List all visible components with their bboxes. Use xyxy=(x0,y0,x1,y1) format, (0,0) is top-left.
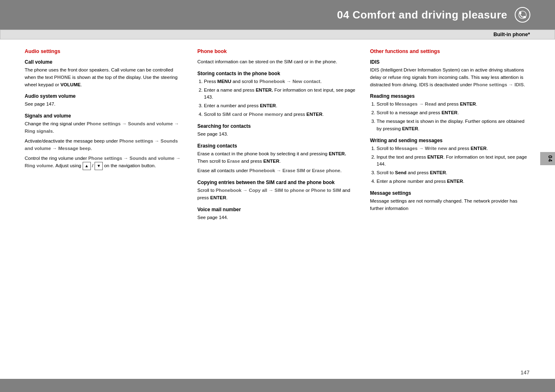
list-item: Scroll to Messages → Write new and press… xyxy=(377,145,530,152)
erasing-text1: Erase a contact in the phone book by sel… xyxy=(197,150,358,165)
call-volume-text: The phone uses the front door speakers. … xyxy=(25,67,185,88)
copying-title: Copying entries between the SIM card and… xyxy=(197,180,358,185)
list-item: Scroll to SIM card or Phone memory and p… xyxy=(204,111,358,118)
message-settings-text: Message settings are not normally change… xyxy=(370,198,530,212)
searching-title: Searching for contacts xyxy=(197,123,358,129)
other-functions-title: Other functions and settings xyxy=(370,48,530,54)
idis-title: IDIS xyxy=(370,59,530,65)
page-number: 147 xyxy=(520,369,530,376)
col-audio-settings: Audio settings Call volume The phone use… xyxy=(25,48,197,224)
list-item: The message text is shown in the display… xyxy=(377,118,530,133)
idis-text: IDIS (Intelligent Driver Information Sys… xyxy=(370,67,530,88)
list-item: Scroll to Messages → Read and press ENTE… xyxy=(377,101,530,108)
message-settings-title: Message settings xyxy=(370,190,530,196)
audio-system-text: See page 147. xyxy=(25,101,185,108)
storing-steps-list: Press MENU and scroll to Phonebook → New… xyxy=(197,78,358,118)
copying-text: Scroll to Phonebook → Copy all → SIM to … xyxy=(197,187,358,202)
storing-title: Storing contacts in the phone book xyxy=(197,71,358,76)
sub-header-text: Built-in phone* xyxy=(493,32,530,37)
sub-header: Built-in phone* xyxy=(0,30,555,39)
page-wrapper: 04 Comfort and driving pleasure Built-in… xyxy=(0,0,555,392)
writing-title: Writing and sending messages xyxy=(370,138,530,143)
signals-title: Signals and volume xyxy=(25,113,185,119)
searching-text: See page 143. xyxy=(197,131,358,138)
content-area: Audio settings Call volume The phone use… xyxy=(0,39,555,232)
writing-steps-list: Scroll to Messages → Write new and press… xyxy=(370,145,530,185)
call-volume-title: Call volume xyxy=(25,59,185,65)
list-item: Scroll to a message and press ENTER. xyxy=(377,109,530,117)
col-phone-book: Phone book Contact information can be st… xyxy=(197,48,370,224)
signals-text1: Change the ring signal under Phone setti… xyxy=(25,120,185,135)
phone-icon xyxy=(515,7,530,23)
header-bar: 04 Comfort and driving pleasure xyxy=(0,0,555,30)
list-item: Scroll to Send and press ENTER. xyxy=(377,169,530,177)
header-title: 04 Comfort and driving pleasure xyxy=(337,9,507,21)
list-item: Enter a number and press ENTER. xyxy=(204,102,358,110)
audio-system-title: Audio system volume xyxy=(25,93,185,99)
list-item: Input the text and press ENTER. For info… xyxy=(377,154,530,168)
col-other-functions: Other functions and settings IDIS IDIS (… xyxy=(370,48,530,224)
list-item: Press MENU and scroll to Phonebook → New… xyxy=(204,78,358,85)
audio-settings-title: Audio settings xyxy=(25,48,185,54)
bottom-bar xyxy=(0,379,555,392)
reading-steps-list: Scroll to Messages → Read and press ENTE… xyxy=(370,101,530,132)
voicemail-text: See page 144. xyxy=(197,214,358,221)
phone-book-intro: Contact information can be stored on the… xyxy=(197,58,358,66)
signals-text2: Activate/deactivate the message beep und… xyxy=(25,138,185,152)
list-item: Enter a name and press ENTER. For inform… xyxy=(204,87,358,101)
erasing-text2: Erase all contacts under Phonebook → Era… xyxy=(197,167,358,175)
reading-title: Reading messages xyxy=(370,93,530,99)
phone-book-title: Phone book xyxy=(197,48,358,54)
voicemail-title: Voice mail number xyxy=(197,207,358,212)
signals-text3: Control the ring volume under Phone sett… xyxy=(25,155,185,170)
list-item: Enter a phone number and press ENTER. xyxy=(377,178,530,185)
erasing-title: Erasing contacts xyxy=(197,143,358,149)
chapter-tab: 04 xyxy=(540,152,555,165)
